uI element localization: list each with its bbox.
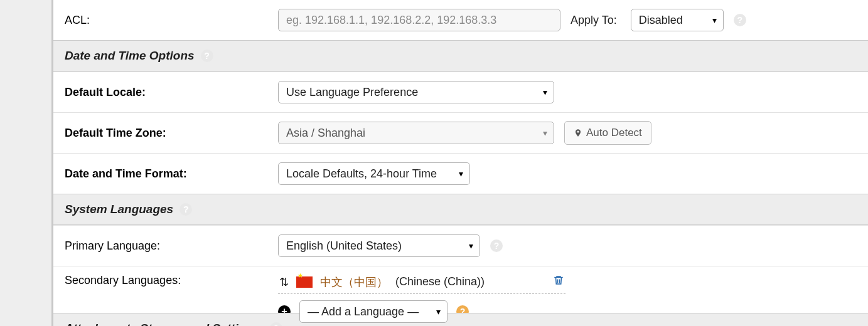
label-default-tz: Default Time Zone: [53, 127, 278, 140]
help-icon[interactable]: ? [201, 50, 213, 62]
help-icon[interactable]: ? [270, 322, 282, 326]
default-locale-value: Use Language Preference [286, 86, 418, 99]
apply-to-value: Disabled [639, 14, 683, 27]
label-datetime-format: Date and Time Format: [53, 167, 278, 181]
settings-form: ACL: Apply To: Disabled ? Date and Time … [53, 0, 868, 326]
row-default-locale: Default Locale: Use Language Preference [53, 71, 868, 112]
help-icon[interactable]: ? [490, 239, 503, 252]
datetime-format-value: Locale Defaults, 24-hour Time [286, 167, 437, 181]
section-attachments-header: Attachments Storage and Settings: ? [53, 313, 868, 326]
row-acl: ACL: Apply To: Disabled ? [53, 0, 868, 40]
primary-language-select[interactable]: English (United States) [278, 234, 480, 257]
flag-cn-icon [296, 276, 313, 288]
acl-input[interactable] [278, 9, 560, 31]
secondary-language-english: (Chinese (China)) [395, 275, 485, 288]
row-default-tz: Default Time Zone: Asia / Shanghai Auto … [53, 112, 868, 153]
row-datetime-format: Date and Time Format: Locale Defaults, 2… [53, 153, 868, 194]
location-pin-icon [574, 128, 582, 138]
label-secondary-languages: Secondary Languages: [53, 273, 278, 287]
auto-detect-button[interactable]: Auto Detect [564, 121, 651, 145]
help-icon[interactable]: ? [179, 203, 192, 216]
section-languages-title: System Languages [65, 202, 173, 216]
secondary-language-native: 中文（中国） [320, 275, 388, 290]
label-primary-language: Primary Language: [53, 239, 278, 253]
add-language-placeholder: — Add a Language — [308, 305, 419, 318]
auto-detect-label: Auto Detect [586, 127, 642, 139]
row-secondary-languages: Secondary Languages: ⇅ 中文（中国） (Chinese (… [53, 266, 868, 313]
row-primary-language: Primary Language: English (United States… [53, 225, 868, 266]
label-default-locale: Default Locale: [53, 86, 278, 99]
default-tz-value: Asia / Shanghai [286, 127, 365, 140]
label-acl: ACL: [53, 14, 278, 27]
default-tz-select[interactable]: Asia / Shanghai [278, 122, 554, 144]
add-language-select[interactable]: — Add a Language — [299, 300, 447, 323]
section-languages-header: System Languages ? [53, 194, 868, 225]
section-attachments-title: Attachments Storage and Settings: [65, 322, 264, 326]
label-apply-to: Apply To: [571, 14, 617, 27]
secondary-language-item: ⇅ 中文（中国） (Chinese (China)) [278, 273, 565, 294]
left-gutter [0, 0, 53, 326]
datetime-format-select[interactable]: Locale Defaults, 24-hour Time [278, 162, 470, 185]
help-icon[interactable]: ? [734, 14, 746, 26]
section-datetime-header: Date and Time Options ? [53, 40, 868, 71]
default-locale-select[interactable]: Use Language Preference [278, 81, 554, 103]
apply-to-select[interactable]: Disabled [631, 9, 724, 31]
remove-language-button[interactable] [553, 274, 564, 290]
primary-language-value: English (United States) [286, 239, 402, 253]
section-datetime-title: Date and Time Options [65, 49, 195, 63]
drag-handle-icon[interactable]: ⇅ [279, 276, 289, 288]
